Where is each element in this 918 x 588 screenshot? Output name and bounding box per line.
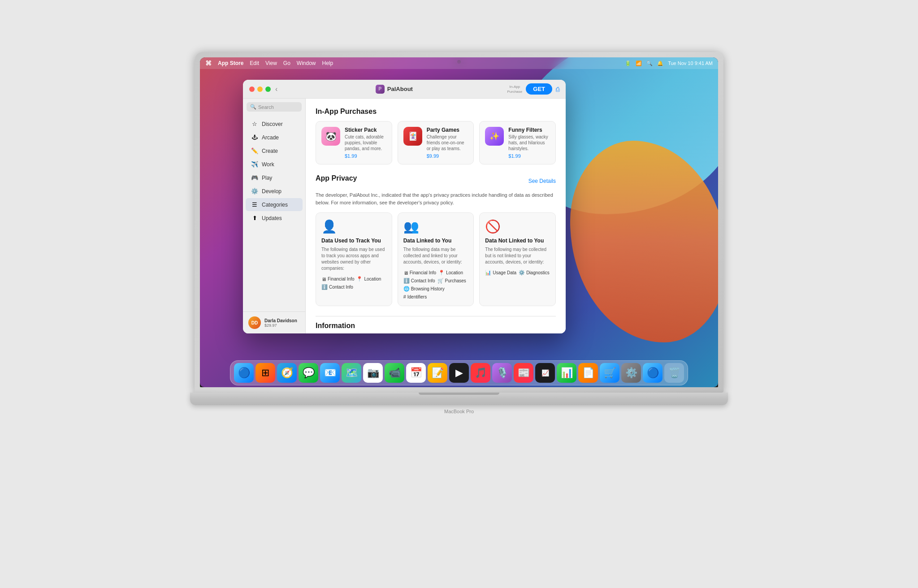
see-details-link[interactable]: See Details [528, 178, 556, 184]
dock-item-mail[interactable]: 📧 [320, 363, 340, 383]
develop-icon: ⚙️ [251, 188, 258, 195]
privacy-card-desc-0: The following data may be used to track … [321, 246, 386, 272]
sysprefs-icon: ⚙️ [625, 367, 637, 379]
sidebar-item-arcade[interactable]: 🕹 Arcade [246, 131, 303, 144]
sidebar: 🔍 Search ☆ Discover [243, 99, 306, 333]
get-button[interactable]: GET [526, 83, 552, 95]
dock-item-messages[interactable]: 💬 [299, 363, 318, 383]
app-name-menu[interactable]: App Store [218, 60, 243, 66]
dock-item-safari[interactable]: 🧭 [277, 363, 297, 383]
sidebar-label-develop: Develop [262, 188, 281, 195]
iap-section-title: In-App Purchases [316, 108, 556, 116]
macbook-notch [419, 393, 499, 395]
search-bar[interactable]: 🔍 Search [247, 102, 302, 112]
dock-item-photos[interactable]: 📷 [363, 363, 383, 383]
iap-desc-2: Silly glasses, wacky hats, and hilarious… [508, 134, 550, 151]
location-icon: 📍 [356, 276, 363, 282]
main-content[interactable]: In-App Purchases 🐼 Sticker Pack Cute cat… [306, 99, 566, 333]
apple-menu[interactable]: ⌘ [205, 60, 212, 67]
back-button[interactable]: ‹ [275, 85, 277, 93]
linked-icon: 👥 [403, 219, 468, 234]
view-menu[interactable]: View [265, 60, 277, 66]
screen-content: ⌘ App Store Edit View Go Window Help 🔋 📶… [200, 57, 718, 387]
privacy-description: The developer, PalAbout Inc., indicated … [316, 191, 556, 206]
dock-item-stocks[interactable]: 📈 [535, 363, 555, 383]
user-info: Darla Davidson $29.97 [264, 318, 297, 328]
menu-bar-left: ⌘ App Store Edit View Go Window Help [205, 60, 333, 67]
sidebar-label-categories: Categories [262, 202, 288, 208]
privacy-grid: 👤 Data Used to Track You The following d… [316, 212, 556, 306]
podcasts-icon: 🎙️ [496, 367, 508, 379]
iap-card-0[interactable]: 🐼 Sticker Pack Cute cats, adorable puppi… [316, 121, 392, 164]
dock-item-launchpad[interactable]: ⊞ [255, 363, 275, 383]
user-avatar: DD [248, 316, 261, 329]
categories-icon: ☰ [251, 201, 258, 208]
sidebar-item-updates[interactable]: ⬆ Updates [246, 212, 303, 225]
dock-item-podcasts[interactable]: 🎙️ [492, 363, 512, 383]
dock-item-finder[interactable]: 🔵 [234, 363, 254, 383]
maximize-button[interactable] [265, 86, 271, 92]
privacy-card-title-0: Data Used to Track You [321, 238, 386, 244]
in-app-badge: In-App Purchase [507, 84, 522, 94]
dock-item-facetime[interactable]: 📹 [385, 363, 404, 383]
macbook-lid: ⌘ App Store Edit View Go Window Help 🔋 📶… [195, 52, 723, 393]
iap-card-1[interactable]: 🃏 Party Games Challenge your friends one… [398, 121, 474, 164]
macos-desktop: ⌘ App Store Edit View Go Window Help 🔋 📶… [200, 57, 718, 387]
window-menu[interactable]: Window [297, 60, 316, 66]
dock-item-music[interactable]: 🎵 [471, 363, 490, 383]
clock: Tue Nov 10 9:41 AM [668, 61, 713, 66]
dock-item-notes[interactable]: 📝 [428, 363, 447, 383]
dock-item-sysprefs[interactable]: ⚙️ [621, 363, 641, 383]
dock-item-news[interactable]: 📰 [514, 363, 533, 383]
mail-icon: 📧 [324, 367, 336, 379]
dock-item-appletv[interactable]: ▶ [449, 363, 469, 383]
edit-menu[interactable]: Edit [250, 60, 259, 66]
sidebar-item-create[interactable]: ✏️ Create [246, 144, 303, 157]
privacy-tags-0: 🖥 Financial Info 📍 Location [321, 276, 386, 290]
iap-details-1: Party Games Challenge your friends one-o… [427, 127, 468, 159]
tag-location-1: 📍 Location [438, 270, 463, 276]
sidebar-label-discover: Discover [262, 121, 283, 127]
sidebar-item-categories[interactable]: ☰ Categories [246, 198, 303, 211]
minimize-button[interactable] [257, 86, 263, 92]
sidebar-item-work[interactable]: ✈️ Work [246, 158, 303, 171]
track-icon: 👤 [321, 219, 386, 234]
title-bar: ‹ P PalAbout In-App [243, 80, 566, 99]
tag-diagnostics-2: ⚙️ Diagnostics [519, 270, 550, 276]
dock-item-calendar[interactable]: 📅 [406, 363, 426, 383]
sidebar-label-play: Play [262, 175, 272, 181]
dock-item-pages[interactable]: 📄 [578, 363, 598, 383]
macbook-base: MacBook Pro [190, 393, 728, 405]
sidebar-label-updates: Updates [262, 215, 282, 221]
dock-item-maps[interactable]: 🗺️ [342, 363, 361, 383]
help-menu[interactable]: Help [322, 60, 333, 66]
purchases-icon: 🛒 [437, 278, 444, 284]
facetime-icon: 📹 [389, 367, 401, 379]
search-menubar-icon[interactable]: 🔍 [646, 61, 653, 66]
close-button[interactable] [249, 86, 255, 92]
go-menu[interactable]: Go [283, 60, 290, 66]
sidebar-item-play[interactable]: 🎮 Play [246, 171, 303, 184]
privacy-header: App Privacy See Details [316, 174, 556, 188]
iap-name-0: Sticker Pack [345, 127, 386, 133]
sidebar-item-develop[interactable]: ⚙️ Develop [246, 185, 303, 198]
identifiers-icon: # [403, 294, 406, 299]
privacy-card-linked: 👥 Data Linked to You The following data … [398, 212, 474, 306]
tag-contact-1: ℹ️ Contact Info [403, 278, 435, 284]
tag-financial-1: 🖥 Financial Info [403, 270, 436, 276]
tag-contact-0: ℹ️ Contact Info [321, 284, 353, 290]
iap-icon-filter: ✨ [485, 127, 504, 146]
notification-icon[interactable]: 🔔 [657, 61, 663, 66]
divider [316, 316, 556, 316]
iap-card-2[interactable]: ✨ Funny Filters Silly glasses, wacky hat… [479, 121, 556, 164]
sidebar-item-discover[interactable]: ☆ Discover [246, 117, 303, 130]
maps-icon: 🗺️ [346, 367, 358, 379]
dock-item-trash[interactable]: 🗑️ [664, 363, 684, 383]
dock-item-numbers[interactable]: 📊 [557, 363, 576, 383]
tag-browsing-1: 🌐 Browsing History [403, 286, 445, 292]
play-icon: 🎮 [251, 174, 258, 181]
share-button[interactable]: ⎙ [556, 86, 559, 93]
iap-icon-sticker: 🐼 [321, 127, 340, 146]
dock-item-screentime[interactable]: 🔵 [643, 363, 663, 383]
dock-item-appstore[interactable]: 🛒 [600, 363, 619, 383]
